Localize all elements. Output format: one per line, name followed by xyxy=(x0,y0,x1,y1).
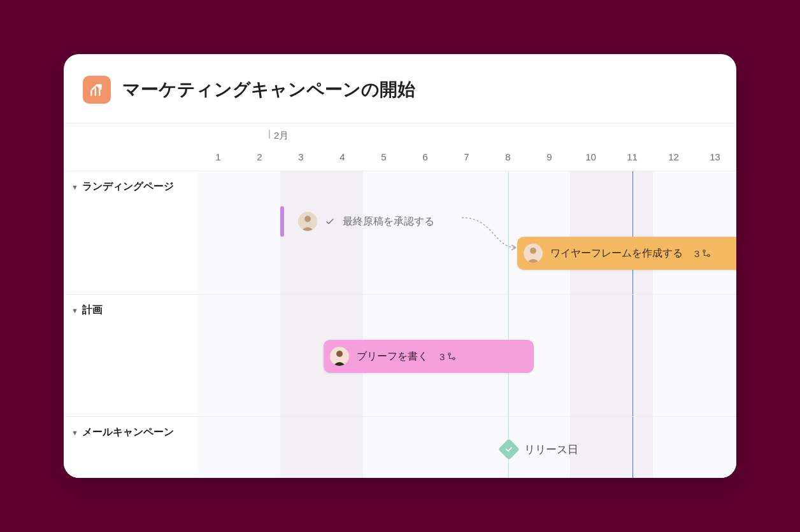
svg-point-9 xyxy=(453,358,455,360)
day-number[interactable]: 5 xyxy=(363,151,404,162)
section-landing-page[interactable]: ▼ ランディングページ xyxy=(64,171,197,202)
dependency-arrow-icon xyxy=(459,213,522,257)
project-card: マーケティングキャンペーンの開始 2月 1 2 3 4 5 6 7 8 9 10… xyxy=(64,54,736,478)
day-number[interactable]: 8 xyxy=(487,151,529,162)
task-brief[interactable]: ブリーフを書く 3 xyxy=(324,340,534,373)
section-label: メールキャンペーン xyxy=(82,426,174,439)
subtask-count: 3 xyxy=(694,248,711,259)
milestone-label: リリース日 xyxy=(524,442,578,457)
day-number[interactable]: 10 xyxy=(570,151,611,162)
svg-point-4 xyxy=(703,250,706,253)
section-divider xyxy=(197,171,736,171)
section-divider xyxy=(197,416,736,417)
day-number[interactable]: 3 xyxy=(280,151,322,162)
svg-point-1 xyxy=(304,216,311,222)
weekend-col xyxy=(322,123,363,478)
day-number[interactable]: 1 xyxy=(197,151,239,162)
task-wireframe[interactable]: ワイヤーフレームを作成する 3 xyxy=(517,237,736,270)
task-label: ワイヤーフレームを作成する xyxy=(550,247,683,260)
caret-down-icon: ▼ xyxy=(71,429,78,437)
section-planning[interactable]: ▼ 計画 xyxy=(64,294,197,326)
task-label: 最終原稿を承認する xyxy=(343,215,434,228)
month-label: 2月 xyxy=(274,130,289,142)
day-number[interactable]: 2 xyxy=(239,151,280,162)
section-divider xyxy=(197,294,736,295)
check-icon xyxy=(325,216,335,227)
chart-up-icon xyxy=(83,76,111,104)
subtask-icon xyxy=(447,352,456,361)
month-tick xyxy=(269,130,270,139)
weekend-col xyxy=(570,123,611,478)
day-number[interactable]: 13 xyxy=(694,151,736,162)
milestone-release[interactable]: リリース日 xyxy=(501,442,578,457)
milestone-diamond-icon xyxy=(498,438,520,460)
caret-down-icon: ▼ xyxy=(71,183,78,191)
svg-point-3 xyxy=(530,248,536,254)
caret-down-icon: ▼ xyxy=(71,307,78,314)
avatar xyxy=(298,212,317,231)
subtask-count: 3 xyxy=(439,351,456,362)
avatar xyxy=(330,347,349,366)
day-number[interactable]: 7 xyxy=(446,151,487,162)
project-header: マーケティングキャンペーンの開始 xyxy=(64,54,736,123)
svg-point-7 xyxy=(336,351,343,357)
day-number[interactable]: 4 xyxy=(322,151,363,162)
avatar xyxy=(524,244,543,263)
weekend-col xyxy=(280,123,322,478)
section-label: 計画 xyxy=(82,304,103,317)
section-label: ランディングページ xyxy=(82,180,174,193)
project-title: マーケティングキャンペーンの開始 xyxy=(122,78,415,102)
subtask-icon xyxy=(702,249,711,258)
svg-point-5 xyxy=(708,255,710,257)
timeline-grid[interactable]: 2月 1 2 3 4 5 6 7 8 9 10 11 12 13 xyxy=(197,123,736,478)
task-approve-final[interactable]: 最終原稿を承認する xyxy=(287,205,465,238)
section-email-campaign[interactable]: ▼ メールキャンペーン xyxy=(64,416,197,448)
today-line xyxy=(632,163,633,478)
day-number[interactable]: 12 xyxy=(653,151,694,162)
task-label: ブリーフを書く xyxy=(357,350,428,363)
timeline-header: 2月 1 2 3 4 5 6 7 8 9 10 11 12 13 xyxy=(197,123,736,171)
svg-point-8 xyxy=(448,353,451,356)
timeline-view[interactable]: 2月 1 2 3 4 5 6 7 8 9 10 11 12 13 xyxy=(64,123,736,478)
day-number[interactable]: 6 xyxy=(404,151,446,162)
day-number[interactable]: 9 xyxy=(529,151,570,162)
day-number[interactable]: 11 xyxy=(611,151,653,162)
task-handle[interactable] xyxy=(280,206,284,237)
timeline-sidebar: ▼ ランディングページ ▼ 計画 ▼ メールキャンペーン xyxy=(64,123,197,478)
